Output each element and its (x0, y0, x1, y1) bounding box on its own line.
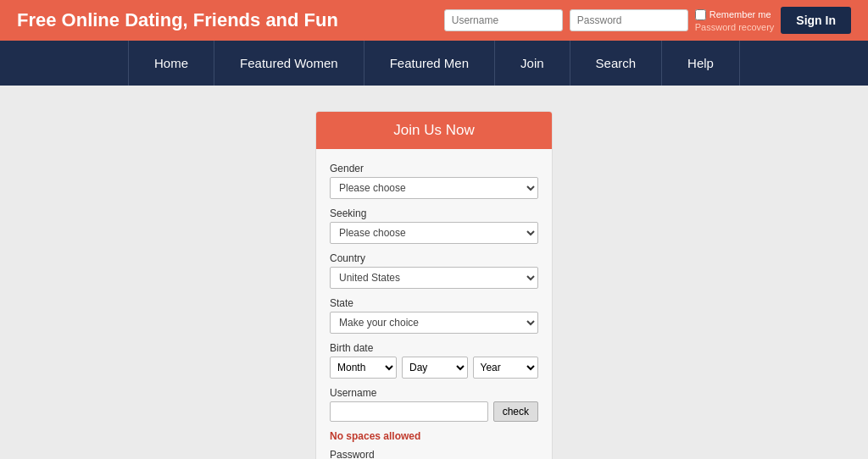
gender-select[interactable]: Please choose Male Female (330, 177, 538, 199)
remember-block: Remember me Password recovery (695, 9, 775, 32)
state-label: State (330, 297, 538, 309)
username-group: Username check (330, 387, 538, 422)
join-form-container: Join Us Now Gender Please choose Male Fe… (315, 111, 553, 459)
state-select[interactable]: Make your choice Alabama California New … (330, 312, 538, 334)
country-label: Country (330, 252, 538, 264)
remember-me-checkbox[interactable] (695, 9, 706, 20)
signin-button[interactable]: Sign In (781, 7, 851, 34)
login-area: Remember me Password recovery Sign In (444, 7, 851, 34)
password-label: Password (330, 449, 538, 459)
password-recovery-link[interactable]: Password recovery (695, 22, 775, 32)
day-select[interactable]: Day 1 2 (402, 357, 468, 379)
username-row: check (330, 401, 538, 422)
main-content: Join Us Now Gender Please choose Male Fe… (0, 86, 868, 459)
form-body: Gender Please choose Male Female Seeking… (316, 149, 552, 459)
gender-group: Gender Please choose Male Female (330, 163, 538, 199)
check-button[interactable]: check (493, 401, 538, 422)
gender-label: Gender (330, 163, 538, 174)
nav-item-help[interactable]: Help (661, 41, 740, 86)
password-input[interactable] (570, 9, 688, 31)
birthdate-group: Birth date Month January February Day 1 … (330, 342, 538, 379)
header: Free Online Dating, Friends and Fun Reme… (0, 0, 868, 41)
main-nav: Home Featured Women Featured Men Join Se… (0, 41, 868, 86)
seeking-label: Seeking (330, 207, 538, 219)
username-input[interactable] (444, 9, 563, 31)
seeking-group: Seeking Please choose Women Men (330, 207, 538, 244)
remember-me-row: Remember me (695, 9, 775, 20)
year-select[interactable]: Year 2000 1990 (473, 357, 539, 379)
remember-me-label: Remember me (709, 9, 771, 19)
state-group: State Make your choice Alabama Californi… (330, 297, 538, 334)
country-select[interactable]: United States Canada United Kingdom (330, 267, 538, 289)
nav-item-home[interactable]: Home (128, 41, 214, 86)
no-spaces-notice: No spaces allowed (330, 430, 538, 442)
month-select[interactable]: Month January February (330, 357, 397, 379)
birthdate-row: Month January February Day 1 2 Year 2000… (330, 357, 538, 379)
nav-item-featured-men[interactable]: Featured Men (364, 41, 494, 86)
country-group: Country United States Canada United King… (330, 252, 538, 289)
nav-item-join[interactable]: Join (494, 41, 570, 86)
form-title: Join Us Now (316, 112, 552, 149)
username-field[interactable] (330, 401, 488, 422)
nav-item-search[interactable]: Search (570, 41, 662, 86)
nav-item-featured-women[interactable]: Featured Women (214, 41, 364, 86)
birthdate-label: Birth date (330, 342, 538, 354)
site-title: Free Online Dating, Friends and Fun (17, 9, 431, 31)
seeking-select[interactable]: Please choose Women Men (330, 222, 538, 244)
password-group: Password (330, 449, 538, 459)
username-label: Username (330, 387, 538, 399)
